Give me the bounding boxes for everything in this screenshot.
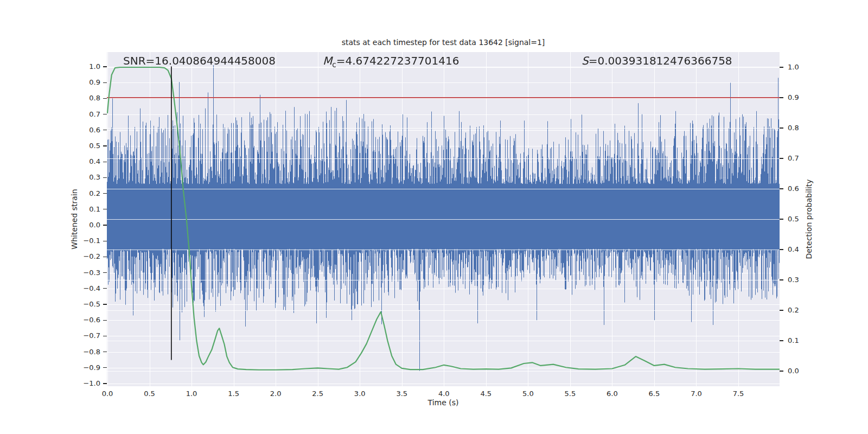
y-tick-mark-right — [780, 67, 783, 67]
annotation-text: Mc=4.674227237701416 — [323, 54, 459, 69]
y-tick-label-right: 0.0 — [788, 367, 822, 374]
y-tick-label-right: 0.9 — [788, 94, 822, 101]
y-tick-label-right: 1.0 — [788, 63, 822, 71]
y-tick-label-right: 0.2 — [788, 307, 822, 314]
y-tick-label-left: 0.5 — [66, 142, 100, 149]
y-tick-mark-right — [780, 97, 783, 98]
y-tick-mark-right — [780, 310, 783, 310]
x-tick-label: 6.5 — [645, 390, 663, 397]
x-tick-label: 3.5 — [393, 390, 411, 397]
y-tick-label-left: 0.4 — [66, 158, 100, 165]
y-tick-label-left: −0.7 — [66, 332, 100, 339]
y-tick-label-left: −0.5 — [66, 301, 100, 308]
y-tick-mark-left — [103, 383, 107, 384]
y-tick-label-left: −1.0 — [66, 380, 100, 387]
y-tick-mark-left — [103, 320, 107, 321]
figure: stats at each timestep for test data 136… — [0, 0, 868, 434]
y-tick-label-left: −0.2 — [66, 253, 100, 260]
y-tick-label-left: −0.4 — [66, 285, 100, 292]
y-tick-label-right: 0.8 — [788, 124, 822, 131]
y-tick-label-left: −0.3 — [66, 269, 100, 276]
x-tick-label: 3.0 — [350, 390, 369, 397]
y-tick-mark-left — [103, 304, 107, 304]
y-tick-mark-left — [103, 130, 107, 130]
y-tick-mark-left — [103, 82, 107, 83]
y-tick-mark-right — [780, 249, 783, 250]
y-tick-label-right: 0.1 — [788, 337, 822, 344]
y-tick-mark-right — [780, 340, 783, 341]
x-tick-label: 5.0 — [519, 390, 537, 397]
y-tick-label-right: 0.3 — [788, 276, 822, 283]
y-tick-label-left: 1.0 — [66, 63, 100, 70]
x-tick-label: 0.5 — [141, 390, 159, 397]
y-tick-mark-left — [103, 66, 107, 67]
y-tick-mark-left — [103, 162, 107, 162]
y-tick-mark-left — [103, 288, 107, 289]
y-tick-mark-left — [103, 177, 107, 178]
y-tick-mark-right — [780, 188, 783, 189]
y-tick-mark-left — [103, 209, 107, 209]
y-tick-mark-left — [103, 257, 107, 257]
annotation-text: SNR=16.040864944458008 — [123, 54, 276, 67]
y-tick-label-right: 0.6 — [788, 185, 822, 192]
x-tick-label: 2.5 — [309, 390, 327, 397]
y-tick-label-right: 0.7 — [788, 155, 822, 162]
annotation-text: S=0.003931812476366758 — [582, 54, 732, 67]
y-tick-mark-left — [103, 272, 107, 273]
x-tick-label: 6.0 — [603, 390, 621, 397]
y-tick-label-right: 0.4 — [788, 246, 822, 253]
y-tick-mark-left — [103, 98, 107, 99]
y-tick-label-left: 0.0 — [66, 221, 100, 228]
y-tick-mark-right — [780, 219, 783, 219]
y-tick-label-left: 0.7 — [66, 111, 100, 118]
y-tick-label-left: 0.3 — [66, 174, 100, 181]
y-tick-label-left: 0.1 — [66, 206, 100, 213]
y-tick-label-left: 0.2 — [66, 190, 100, 197]
y-tick-mark-left — [103, 145, 107, 146]
y-tick-mark-right — [780, 158, 783, 158]
x-tick-label: 1.5 — [225, 390, 243, 397]
plot-area: SNR=16.040864944458008Mc=4.6742272377014… — [107, 52, 780, 386]
plot-canvas — [107, 52, 780, 386]
y-tick-label-left: −0.1 — [66, 237, 100, 244]
y-tick-mark-left — [103, 367, 107, 368]
y-tick-label-left: −0.6 — [66, 316, 100, 323]
y-tick-label-left: −0.9 — [66, 364, 100, 371]
y-tick-mark-left — [103, 114, 107, 114]
y-tick-mark-right — [780, 371, 783, 371]
y-tick-mark-right — [780, 127, 783, 128]
x-tick-label: 4.0 — [435, 390, 453, 397]
y-tick-mark-left — [103, 336, 107, 336]
y-tick-mark-left — [103, 193, 107, 194]
y-tick-mark-left — [103, 225, 107, 225]
x-axis-label: Time (s) — [428, 398, 459, 407]
y-tick-label-left: −0.8 — [66, 348, 100, 355]
y-tick-label-left: 0.8 — [66, 94, 100, 101]
y-tick-mark-left — [103, 241, 107, 241]
x-tick-label: 7.5 — [729, 390, 748, 397]
y-tick-label-left: 0.6 — [66, 126, 100, 133]
y-tick-mark-left — [103, 352, 107, 352]
x-tick-label: 7.0 — [687, 390, 705, 397]
x-tick-label: 4.5 — [477, 390, 495, 397]
y-tick-mark-right — [780, 279, 783, 280]
x-tick-label: 1.0 — [182, 390, 201, 397]
x-tick-label: 0.0 — [98, 390, 117, 397]
y-tick-label-right: 0.5 — [788, 215, 822, 222]
chart-title: stats at each timestep for test data 136… — [342, 38, 545, 47]
y-tick-label-left: 0.9 — [66, 79, 100, 86]
x-tick-label: 2.0 — [266, 390, 285, 397]
x-tick-label: 5.5 — [561, 390, 579, 397]
